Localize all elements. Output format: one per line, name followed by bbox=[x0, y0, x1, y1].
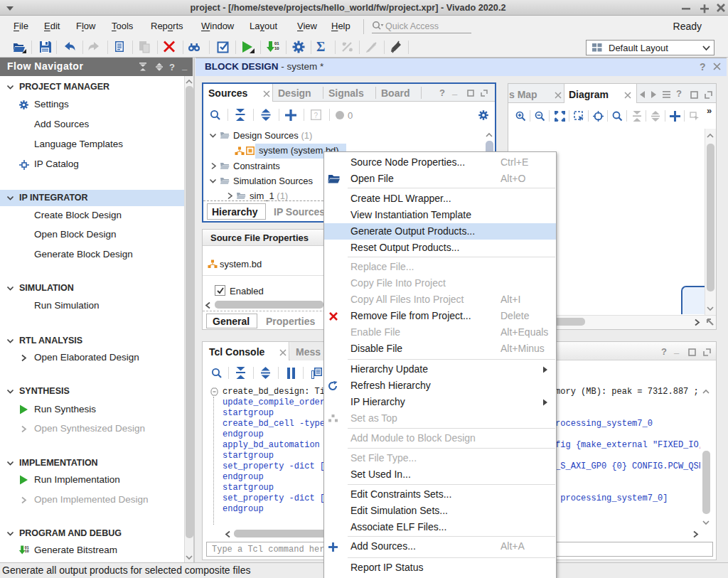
svg-text:?: ? bbox=[314, 112, 318, 119]
svg-text:10: 10 bbox=[25, 549, 29, 553]
svg-text:10: 10 bbox=[274, 46, 279, 50]
svg-text:01: 01 bbox=[274, 41, 279, 46]
